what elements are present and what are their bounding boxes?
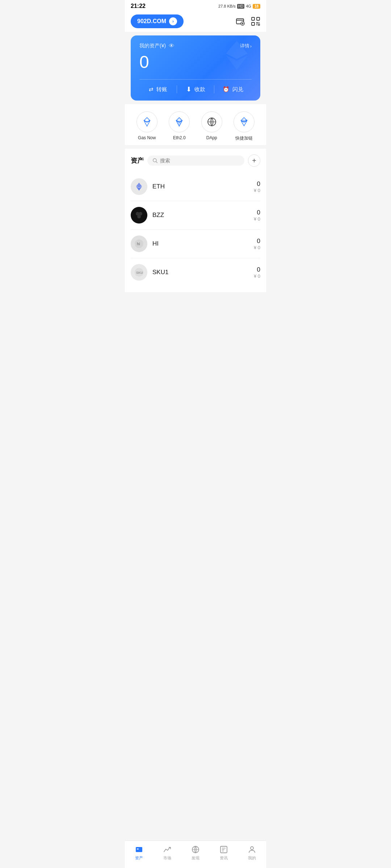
status-time: 21:22	[131, 3, 146, 9]
eth-watermark	[220, 39, 253, 73]
bzz-balance-amount: 0	[254, 209, 260, 216]
quick-item-dapp[interactable]: DApp	[201, 111, 222, 141]
gas-now-label: Gas Now	[138, 135, 156, 140]
eth-balance-amount: 0	[254, 180, 260, 188]
svg-rect-2	[252, 17, 255, 20]
sku1-balance-cny: ¥ 0	[254, 273, 260, 279]
svg-rect-29	[137, 848, 139, 850]
add-wallet-button[interactable]	[236, 17, 245, 26]
quick-item-quick-chain[interactable]: EVM 快捷加链	[234, 111, 255, 141]
assets-tab-label: 资产	[135, 855, 143, 861]
news-tab-label: 资讯	[220, 855, 228, 861]
eth-balance-cny: ¥ 0	[254, 188, 260, 193]
receive-button[interactable]: ⬇ 收款	[177, 85, 214, 93]
bzz-coin-icon	[131, 207, 147, 224]
assets-title: 资产	[131, 156, 144, 165]
speed-indicator: 27.8 KB/s	[218, 4, 236, 8]
news-tab-icon	[219, 845, 228, 854]
bzz-coin-balance: 0 ¥ 0	[254, 209, 260, 222]
quick-access: Gas Now Eth2.0 DApp	[125, 104, 266, 145]
discover-tab-icon	[191, 845, 200, 854]
quick-item-eth2[interactable]: Eth2.0	[169, 111, 190, 141]
gas-now-icon-circle	[136, 111, 157, 132]
asset-card: 我的资产(¥) 👁 详情 › 0 ⇄ 转账 ⬇ 收款 ⏰ 闪兑	[131, 35, 260, 101]
eth2-icon	[173, 116, 185, 128]
status-icons: 27.8 KB/s HD 4G 18	[218, 4, 260, 9]
transfer-label: 转账	[156, 86, 167, 93]
transfer-button[interactable]: ⇄ 转账	[139, 85, 177, 93]
assets-header: 资产 +	[131, 154, 260, 167]
asset-list-item-eth[interactable]: ETH 0 ¥ 0	[131, 173, 260, 201]
add-asset-button[interactable]: +	[248, 154, 260, 167]
scan-button[interactable]	[251, 17, 260, 26]
top-nav: 902D.COM ›	[125, 11, 266, 32]
sku1-coin-icon: SKU	[131, 264, 147, 281]
asset-list-item-sku1[interactable]: SKU SKU1 0 ¥ 0	[131, 258, 260, 286]
eth-coin-icon	[131, 178, 147, 195]
search-icon	[152, 158, 158, 163]
market-tab-icon	[163, 845, 172, 854]
hi-coin-name: HI	[152, 240, 254, 247]
tab-news[interactable]: 资讯	[210, 844, 238, 862]
tab-discover[interactable]: 发现	[181, 844, 210, 862]
svg-rect-3	[257, 17, 260, 20]
svg-text:EVM: EVM	[243, 119, 247, 122]
eye-icon[interactable]: 👁	[169, 43, 175, 49]
tab-bar: 资产 市场 发现 资讯 我的	[125, 841, 266, 868]
hi-balance-amount: 0	[254, 238, 260, 245]
eth2-label: Eth2.0	[173, 135, 186, 140]
sku1-coin-name: SKU1	[152, 269, 254, 276]
discover-tab-label: 发现	[192, 855, 199, 861]
quick-chain-icon-circle: EVM	[234, 111, 255, 132]
network-icon: 4G	[246, 4, 251, 8]
hi-balance-cny: ¥ 0	[254, 245, 260, 250]
eth2-icon-circle	[169, 111, 190, 132]
nav-icons	[236, 17, 260, 26]
mine-tab-icon	[248, 845, 256, 854]
svg-rect-28	[136, 847, 142, 852]
gas-now-icon	[141, 116, 153, 128]
hi-coin-icon: hi	[131, 235, 147, 252]
brand-name: 902D.COM	[137, 18, 166, 25]
asset-label-text: 我的资产(¥)	[139, 43, 166, 49]
receive-icon: ⬇	[186, 85, 192, 93]
brand-arrow-icon: ›	[169, 17, 177, 25]
flash-label: 闪兑	[232, 86, 243, 93]
scan-icon	[251, 17, 260, 26]
mine-tab-label: 我的	[248, 855, 256, 861]
quick-item-gas-now[interactable]: Gas Now	[136, 111, 157, 141]
bzz-coin-name: BZZ	[152, 212, 254, 219]
asset-list-item-bzz[interactable]: BZZ 0 ¥ 0	[131, 201, 260, 230]
svg-point-23	[137, 215, 141, 218]
status-bar: 21:22 27.8 KB/s HD 4G 18	[125, 0, 266, 11]
brand-button[interactable]: 902D.COM ›	[131, 14, 184, 28]
flash-button[interactable]: ⏰ 闪兑	[214, 85, 252, 93]
eth-coin-name: ETH	[152, 183, 254, 190]
tab-bar-spacer	[125, 292, 266, 321]
svg-text:hi: hi	[137, 242, 140, 246]
sku1-balance-amount: 0	[254, 266, 260, 273]
receive-label: 收款	[194, 86, 205, 93]
svg-marker-15	[241, 121, 247, 126]
dapp-label: DApp	[206, 135, 217, 140]
add-wallet-icon	[236, 17, 245, 26]
hi-coin-balance: 0 ¥ 0	[254, 238, 260, 250]
bzz-balance-cny: ¥ 0	[254, 216, 260, 222]
asset-list-item-hi[interactable]: hi HI 0 ¥ 0	[131, 230, 260, 258]
svg-point-37	[251, 847, 253, 850]
search-input[interactable]	[160, 158, 239, 163]
tab-market[interactable]: 市场	[153, 844, 181, 862]
flash-icon: ⏰	[223, 86, 230, 93]
tab-assets[interactable]: 资产	[125, 844, 153, 862]
battery-icon: 18	[253, 4, 260, 9]
search-bar[interactable]	[147, 156, 244, 166]
quick-chain-icon: EVM	[238, 116, 250, 128]
tab-mine[interactable]: 我的	[238, 844, 266, 862]
sku1-coin-balance: 0 ¥ 0	[254, 266, 260, 279]
svg-rect-4	[252, 22, 255, 25]
market-tab-label: 市场	[163, 855, 171, 861]
svg-marker-19	[136, 183, 142, 188]
svg-text:SKU: SKU	[136, 271, 143, 275]
dapp-icon	[206, 116, 218, 128]
asset-actions: ⇄ 转账 ⬇ 收款 ⏰ 闪兑	[139, 79, 252, 93]
